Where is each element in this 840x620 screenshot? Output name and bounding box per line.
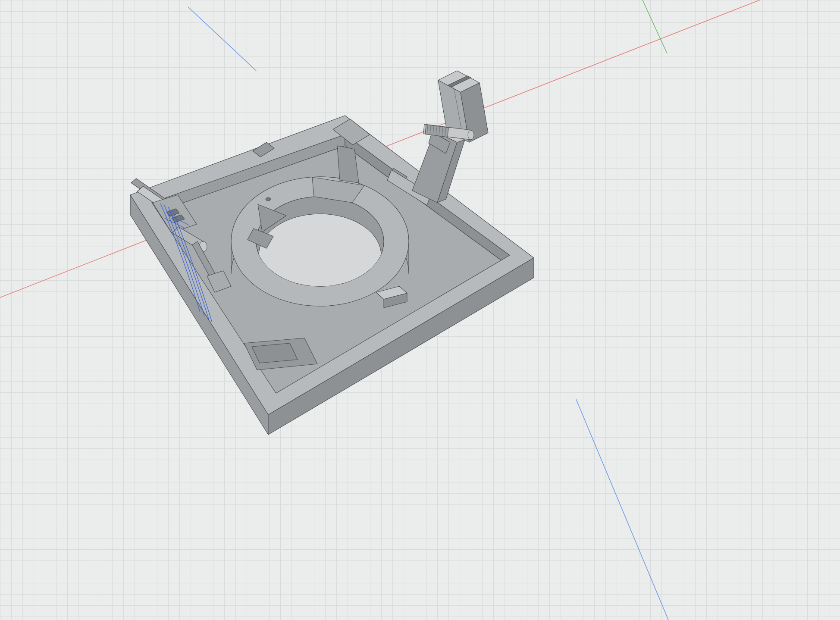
model-fixture-base[interactable] xyxy=(130,71,534,435)
scene-canvas[interactable] xyxy=(0,0,840,620)
toggle-clamp-assembly[interactable] xyxy=(387,71,488,205)
z-axis-line-upper xyxy=(188,7,256,71)
cad-viewport[interactable] xyxy=(0,0,840,620)
small-pin-hole[interactable] xyxy=(266,197,271,201)
clamp-pin-end-cap[interactable] xyxy=(468,130,474,140)
front-corner-recess-wall[interactable] xyxy=(252,343,298,363)
y-axis-line xyxy=(643,0,667,53)
z-axis-line-lower xyxy=(576,399,668,620)
